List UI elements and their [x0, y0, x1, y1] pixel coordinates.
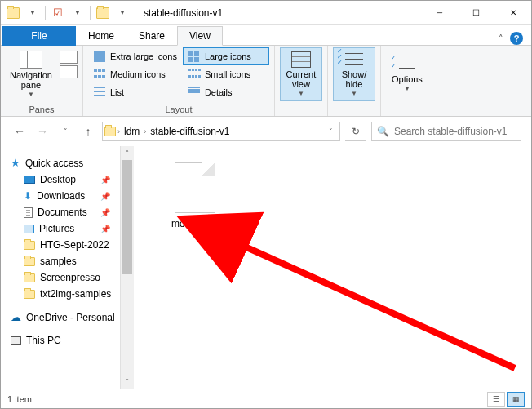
ribbon-group-current-view: Current view ▼	[275, 46, 328, 116]
sidebar-item-samples[interactable]: samples	[9, 253, 120, 269]
status-item-count: 1 item	[7, 394, 32, 404]
options-button[interactable]: Options ▼	[386, 47, 428, 101]
layout-small-icons[interactable]: Small icons	[183, 65, 269, 83]
scroll-down-button[interactable]: ˅	[121, 375, 134, 389]
sidebar-item-quick-access[interactable]: ★ Quick access	[9, 154, 120, 171]
status-bar: 1 item ☰ ▦	[1, 389, 531, 408]
file-list[interactable]: model.ckpt	[134, 146, 531, 389]
chevron-down-icon: ▼	[298, 91, 304, 98]
tab-share[interactable]: Share	[126, 26, 177, 46]
qat-dropdown-1[interactable]: ▼	[24, 4, 42, 22]
sidebar-item-screenpresso[interactable]: Screenpresso	[9, 269, 120, 286]
folder-icon	[24, 273, 35, 282]
view-icons-toggle[interactable]: ▦	[507, 392, 525, 407]
pin-icon: 📌	[100, 192, 110, 201]
quick-access-toolbar: ▼ ☑ ▼ ▾	[1, 4, 140, 22]
ribbon-tabs: File Home Share View ˄ ?	[1, 25, 531, 45]
breadcrumb-ldm[interactable]: ldm	[122, 126, 142, 137]
ribbon-group-show-hide: Show/ hide ▼	[328, 46, 381, 116]
tab-home[interactable]: Home	[76, 26, 126, 46]
chevron-down-icon: ▼	[351, 91, 357, 98]
forward-button[interactable]: →	[33, 122, 51, 140]
scroll-up-button[interactable]: ˄	[121, 146, 134, 160]
navigation-row: ← → ˅ ↑ › ldm › stable-diffusion-v1 ˅ ↻ …	[1, 117, 531, 146]
folder-icon-2[interactable]	[94, 4, 112, 22]
sidebar-item-txt2img[interactable]: txt2img-samples	[9, 286, 120, 302]
address-bar[interactable]: › ldm › stable-diffusion-v1 ˅	[102, 122, 340, 141]
ribbon-view: Navigation pane ▼ Panes Extra large icon…	[1, 45, 531, 117]
sidebar-item-downloads[interactable]: ⬇ Downloads📌	[9, 188, 120, 204]
star-icon: ★	[11, 157, 20, 169]
collapse-ribbon-icon[interactable]: ˄	[499, 33, 503, 44]
qat-dropdown-2[interactable]: ▼	[69, 4, 86, 22]
breadcrumb-stable-diffusion[interactable]: stable-diffusion-v1	[148, 126, 232, 137]
tab-view[interactable]: View	[177, 26, 223, 46]
sidebar-item-documents[interactable]: Documents📌	[9, 204, 120, 220]
main-area: ★ Quick access Desktop📌 ⬇ Downloads📌 Doc…	[1, 146, 531, 389]
sidebar-item-this-pc[interactable]: This PC	[9, 332, 120, 349]
file-item-model-ckpt[interactable]: model.ckpt	[158, 162, 232, 229]
details-pane-icon[interactable]	[60, 65, 78, 78]
pictures-icon	[24, 225, 34, 233]
titlebar: ▼ ☑ ▼ ▾ stable-diffusion-v1 ─ ☐ ✕	[1, 1, 531, 25]
document-icon	[24, 207, 33, 218]
sidebar-scrollbar[interactable]: ˄ ˅	[120, 146, 134, 389]
search-placeholder: Search stable-diffusion-v1	[394, 126, 508, 137]
ribbon-group-label: Layout	[88, 103, 269, 116]
help-icon[interactable]: ?	[510, 32, 523, 45]
sidebar-item-htg[interactable]: HTG-Sept-2022	[9, 237, 120, 253]
window-title: stable-diffusion-v1	[140, 7, 421, 19]
back-button[interactable]: ←	[11, 122, 29, 140]
download-icon: ⬇	[24, 190, 32, 202]
search-icon: 🔍	[377, 126, 389, 137]
layout-medium-icons[interactable]: Medium icons	[88, 65, 183, 83]
folder-icon[interactable]	[4, 4, 22, 22]
ribbon-group-label: Panes	[6, 103, 78, 116]
sidebar-item-desktop[interactable]: Desktop📌	[9, 171, 120, 188]
pin-icon: 📌	[100, 225, 110, 233]
sidebar-item-onedrive[interactable]: ☁ OneDrive - Personal	[9, 309, 120, 326]
layout-details[interactable]: Details	[183, 83, 269, 101]
pc-icon	[11, 336, 21, 345]
file-name: model.ckpt	[171, 218, 219, 229]
maximize-button[interactable]: ☐	[458, 1, 494, 24]
refresh-button[interactable]: ↻	[345, 122, 366, 141]
show-hide-icon	[345, 51, 363, 68]
file-icon	[175, 162, 215, 213]
layout-extra-large-icons[interactable]: Extra large icons	[88, 47, 183, 65]
cloud-icon: ☁	[11, 311, 21, 323]
sidebar-item-pictures[interactable]: Pictures📌	[9, 220, 120, 237]
properties-icon[interactable]: ☑	[49, 4, 67, 22]
view-details-toggle[interactable]: ☰	[487, 392, 505, 407]
ribbon-group-panes: Navigation pane ▼ Panes	[1, 46, 83, 116]
current-view-button[interactable]: Current view ▼	[280, 47, 322, 101]
tab-file[interactable]: File	[2, 26, 76, 46]
chevron-down-icon: ▼	[28, 91, 34, 99]
pin-icon: 📌	[100, 208, 110, 217]
options-icon	[399, 56, 415, 73]
search-input[interactable]: 🔍 Search stable-diffusion-v1	[371, 122, 521, 141]
minimize-button[interactable]: ─	[421, 1, 458, 24]
chevron-right-icon[interactable]: ›	[117, 127, 120, 136]
chevron-right-icon[interactable]: ›	[144, 127, 146, 136]
current-view-icon	[291, 51, 311, 68]
folder-icon	[104, 127, 116, 136]
close-button[interactable]: ✕	[494, 1, 531, 24]
preview-pane-icon[interactable]	[60, 51, 78, 64]
show-hide-button[interactable]: Show/ hide ▼	[333, 47, 375, 101]
recent-dropdown[interactable]: ˅	[56, 122, 74, 140]
navigation-pane-icon	[20, 51, 42, 69]
folder-icon	[24, 257, 35, 266]
folder-icon	[24, 241, 35, 250]
address-dropdown[interactable]: ˅	[324, 127, 338, 136]
scroll-thumb[interactable]	[122, 160, 132, 274]
chevron-down-icon: ▼	[404, 86, 410, 93]
layout-large-icons[interactable]: Large icons	[183, 47, 269, 65]
qat-dropdown-3[interactable]: ▾	[113, 4, 131, 22]
up-button[interactable]: ↑	[79, 122, 97, 140]
folder-icon	[24, 290, 35, 299]
navigation-pane-button[interactable]: Navigation pane ▼	[6, 47, 56, 101]
ribbon-group-options: Options ▼	[381, 46, 433, 116]
layout-list[interactable]: List	[88, 83, 183, 101]
navigation-tree: ★ Quick access Desktop📌 ⬇ Downloads📌 Doc…	[1, 146, 134, 389]
